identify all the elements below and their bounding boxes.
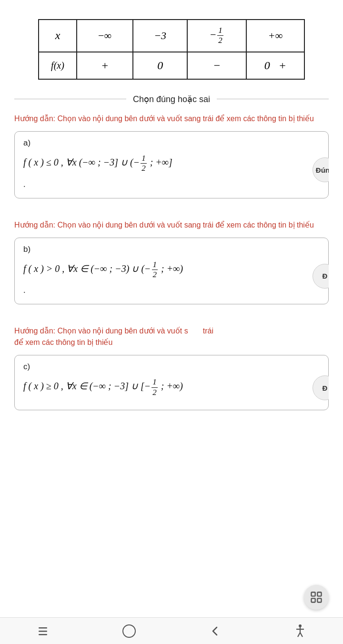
table-values-row: f(x) + 0 − 0 +: [39, 52, 304, 79]
x-label: x: [39, 20, 77, 52]
answer-label-c: c): [23, 362, 320, 372]
frac-b: 12: [152, 260, 158, 280]
svg-rect-4: [39, 627, 47, 629]
nav-accessibility-button[interactable]: [294, 624, 306, 638]
answer-formula-c: f ( x ) ≥ 0 , ∀x ∈ (−∞ ; −3] ∪ [−12 ; +∞…: [23, 375, 320, 401]
answer-wrapper-a[interactable]: a) f ( x ) ≤ 0 , ∀x (−∞ ; −3] ∪ (−12 ; +…: [14, 131, 329, 209]
dot-a: .: [23, 179, 320, 189]
svg-point-8: [299, 624, 302, 627]
svg-point-7: [123, 625, 135, 637]
answer-formula-b: f ( x ) > 0 , ∀x ∈ (−∞ ; −3) ∪ (−12 ; +∞…: [23, 258, 320, 284]
svg-line-11: [298, 633, 300, 637]
nav-back-button[interactable]: [210, 625, 221, 637]
answer-card-a[interactable]: a) f ( x ) ≤ 0 , ∀x (−∞ ; −3] ∪ (−12 ; +…: [14, 131, 329, 198]
answer-formula-a: f ( x ) ≤ 0 , ∀x (−∞ ; −3] ∪ (−12 ; +∞]: [23, 152, 320, 177]
svg-rect-2: [312, 598, 315, 602]
accessibility-icon: [294, 624, 306, 638]
main-content: x −∞ −3 − 1 2 +∞ f(x) + 0 − 0 +: [0, 0, 343, 488]
nav-home-button[interactable]: [122, 624, 136, 638]
header-neg-half: − 1 2: [187, 20, 246, 52]
sign-zero-1: 0: [133, 52, 187, 79]
answer-wrapper-c[interactable]: c) f ( x ) ≥ 0 , ∀x ∈ (−∞ ; −3] ∪ [−12 ;…: [14, 355, 329, 421]
section-divider: Chọn đúng hoặc sai: [14, 94, 329, 104]
grid-fab-button[interactable]: [304, 585, 329, 610]
sign-chart-container: x −∞ −3 − 1 2 +∞ f(x) + 0 − 0 +: [14, 19, 329, 80]
answer-label-b: b): [23, 245, 320, 254]
sign-table: x −∞ −3 − 1 2 +∞ f(x) + 0 − 0 +: [38, 19, 305, 80]
frac-c: 12: [151, 377, 158, 397]
header-neg-inf: −∞: [77, 20, 133, 52]
svg-rect-3: [317, 598, 321, 602]
section-title: Chọn đúng hoặc sai: [126, 94, 217, 104]
answer-card-c[interactable]: c) f ( x ) ≥ 0 , ∀x ∈ (−∞ ; −3] ∪ [−12 ;…: [14, 355, 329, 410]
instruction-c: Hướng dẫn: Chọn vào nội dung bên dưới và…: [14, 325, 329, 348]
answer-card-b[interactable]: b) f ( x ) > 0 , ∀x ∈ (−∞ ; −3) ∪ (−12 ;…: [14, 238, 329, 305]
header-pos-inf: +∞: [246, 20, 304, 52]
header-neg3: −3: [133, 20, 187, 52]
nav-menu-button[interactable]: [37, 626, 49, 636]
fx-label: f(x): [39, 52, 77, 79]
svg-rect-0: [312, 592, 315, 596]
instruction-b: Hướng dẫn: Chọn vào nội dung bên dưới và…: [14, 219, 329, 231]
sign-zero-2: 0 +: [246, 52, 304, 79]
frac-half-header: 1 2: [217, 26, 223, 46]
home-circle-icon: [122, 624, 136, 638]
back-chevron-icon: [210, 625, 221, 637]
svg-line-12: [300, 633, 303, 637]
sign-minus: −: [187, 52, 246, 79]
svg-rect-6: [39, 634, 47, 635]
instruction-a: Hướng dẫn: Chọn vào nội dung bên dưới và…: [14, 113, 329, 125]
dot-b: .: [23, 285, 320, 295]
svg-rect-1: [317, 592, 321, 596]
answer-label-a: a): [23, 138, 320, 148]
frac-a: 12: [141, 154, 147, 174]
grid-icon: [310, 591, 323, 604]
table-header-row: x −∞ −3 − 1 2 +∞: [39, 20, 304, 52]
hamburger-icon: [37, 626, 49, 636]
sign-plus-1: +: [77, 52, 133, 79]
bottom-nav-bar: [0, 617, 343, 644]
answer-wrapper-b[interactable]: b) f ( x ) > 0 , ∀x ∈ (−∞ ; −3) ∪ (−12 ;…: [14, 238, 329, 315]
svg-rect-5: [39, 631, 47, 632]
